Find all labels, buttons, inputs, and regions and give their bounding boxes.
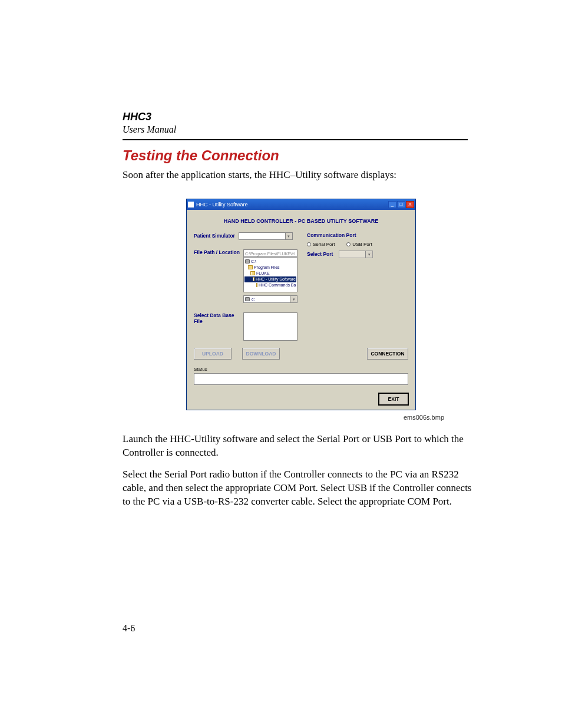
- drive-dropdown[interactable]: c: ▾: [243, 295, 297, 303]
- folder-icon: [248, 265, 253, 269]
- patient-simulator-label: Patient Simulator: [194, 233, 235, 239]
- product-name: HHC3: [123, 111, 176, 123]
- connection-button[interactable]: CONNECTION: [367, 348, 408, 360]
- tree-item-selected: HHC - Utility Software: [244, 276, 296, 282]
- app-banner: HAND HELD CONTROLLER - PC BASED UTILITY …: [194, 218, 408, 224]
- chevron-down-icon: ▾: [285, 233, 292, 239]
- folder-icon: [250, 271, 255, 275]
- file-path-label: File Path / Location: [194, 249, 240, 303]
- select-db-label: Select Data Base File: [194, 312, 240, 341]
- status-label: Status: [194, 367, 408, 372]
- tree-item: HHC Commands Bac: [244, 282, 296, 288]
- chevron-down-icon: ▾: [365, 251, 372, 258]
- section-heading: Testing the Connection: [123, 147, 480, 164]
- tree-item: C:\: [244, 259, 296, 265]
- header-rule: [123, 139, 468, 140]
- comm-port-label: Communication Port: [307, 232, 408, 238]
- maximize-button[interactable]: □: [397, 201, 405, 208]
- patient-simulator-dropdown[interactable]: ▾: [239, 232, 293, 240]
- figure-caption: ems006s.bmp: [123, 414, 444, 421]
- doc-header: HHC3 Users Manual: [123, 111, 176, 135]
- tree-item: FLUKE: [244, 271, 296, 276]
- doc-subtitle: Users Manual: [123, 124, 176, 135]
- status-box: [194, 373, 408, 385]
- usb-port-radio[interactable]: USB Port: [346, 242, 372, 247]
- window-titlebar[interactable]: HHC - Utility Software _ □ X: [187, 199, 415, 210]
- window-title: HHC - Utility Software: [196, 202, 388, 207]
- radio-icon: [346, 242, 351, 246]
- chevron-down-icon: ▾: [290, 296, 297, 302]
- paragraph-3: Select the Serial Port radio button if t…: [123, 468, 480, 509]
- serial-port-radio[interactable]: Serial Port: [307, 242, 335, 247]
- minimize-button[interactable]: _: [388, 201, 396, 208]
- app-window: HHC - Utility Software _ □ X HAND HELD C…: [186, 199, 416, 410]
- close-button[interactable]: X: [406, 201, 414, 208]
- file-path-value: C:\Program Files\FLUKE\H: [243, 249, 297, 257]
- folder-icon: [256, 283, 257, 287]
- drive-icon: [245, 297, 250, 301]
- folder-tree[interactable]: C:\ Program Files FLUKE HHC - Utility So…: [243, 257, 297, 292]
- screenshot-figure: HHC - Utility Software _ □ X HAND HELD C…: [123, 199, 480, 410]
- page-number: 4-6: [123, 623, 135, 634]
- app-icon: [188, 202, 194, 207]
- exit-button[interactable]: EXIT: [379, 393, 408, 405]
- paragraph-2: Launch the HHC-Utility software and sele…: [123, 433, 480, 460]
- download-button[interactable]: DOWNLOAD: [242, 348, 280, 360]
- drive-icon: [245, 259, 250, 263]
- tree-item: Program Files: [244, 265, 296, 271]
- database-file-listbox[interactable]: [243, 312, 297, 341]
- radio-icon: [307, 242, 311, 246]
- upload-button[interactable]: UPLOAD: [194, 348, 232, 360]
- select-port-label: Select Port: [307, 251, 333, 257]
- select-port-dropdown[interactable]: ▾: [339, 251, 373, 258]
- folder-icon: [253, 277, 254, 281]
- intro-paragraph: Soon after the application starts, the H…: [123, 169, 480, 182]
